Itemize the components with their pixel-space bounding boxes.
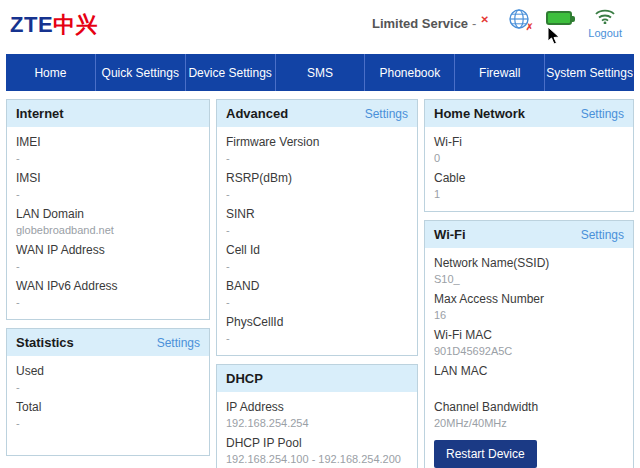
field-physcellid: PhysCellId - [226,315,408,344]
wifi-panel-title: Wi-Fi [434,227,466,242]
field-cell-id: Cell Id - [226,243,408,272]
field-label: DHCP IP Pool [226,436,408,450]
field-wifi-mac: Wi-Fi MAC 901D45692A5C [434,328,624,357]
field-label: SINR [226,207,408,221]
nav-item-quick-settings[interactable]: Quick Settings [95,54,185,91]
field-label: WAN IP Address [16,243,200,257]
field-wifi-clients: Wi-Fi 0 [434,135,624,164]
field-value: 1 [434,188,624,200]
field-label: Wi-Fi [434,135,624,149]
field-value: 901D45692A5C [434,345,624,357]
field-value: 192.168.254.254 [226,417,408,429]
field-value: - [226,332,408,344]
field-label: WAN IPv6 Address [16,279,200,293]
globe-icon[interactable]: ✗ [508,8,530,30]
field-label: Channel Bandwidth [434,400,624,414]
nav-item-device-settings[interactable]: Device Settings [185,54,275,91]
field-imei: IMEI - [16,135,200,164]
field-value: - [16,417,200,429]
field-label: Network Name(SSID) [434,256,624,270]
wifi-icon [595,8,615,24]
connection-status: Limited Service-✕ [372,14,489,31]
main-nav: Home Quick Settings Device Settings SMS … [6,54,634,91]
nav-item-phonebook[interactable]: Phonebook [364,54,454,91]
home-network-panel-title: Home Network [434,106,525,121]
dhcp-panel-title: DHCP [226,371,263,386]
field-value: - [16,381,200,393]
field-label: Wi-Fi MAC [434,328,624,342]
field-label: Used [16,364,200,378]
field-value: globebroadband.net [16,224,200,236]
zte-logo: ZTE中兴 [10,10,98,40]
main-content: Internet IMEI - IMSI - LAN Domain globeb… [0,91,640,468]
status-text: Limited Service [372,16,468,31]
wifi-settings-link[interactable]: Settings [581,228,624,242]
field-wan-ip: WAN IP Address - [16,243,200,272]
field-label: LAN MAC [434,364,624,378]
field-sinr: SINR - [226,207,408,236]
field-value: - [226,224,408,236]
field-used: Used - [16,364,200,393]
battery-icon [546,11,572,25]
field-value: - [16,260,200,272]
field-value: S10_ [434,273,624,285]
field-lan-mac: LAN MAC [434,364,624,393]
field-value: 192.168.254.100 - 192.168.254.200 [226,453,408,465]
cursor-icon [547,26,560,45]
field-label: IP Address [226,400,408,414]
field-rsrp: RSRP(dBm) - [226,171,408,200]
field-value: - [226,188,408,200]
top-header: ZTE中兴 Limited Service-✕ ✗ Logout [0,0,640,54]
logo-chinese-text: 中兴 [53,12,98,37]
statistics-panel-title: Statistics [16,335,74,350]
field-value: - [226,260,408,272]
field-band: BAND - [226,279,408,308]
field-value: 16 [434,309,624,321]
logout-link[interactable]: Logout [588,27,622,39]
dhcp-panel: DHCP IP Address 192.168.254.254 DHCP IP … [216,364,418,468]
field-label: Total [16,400,200,414]
nav-item-firewall[interactable]: Firewall [454,54,544,91]
advanced-panel: Advanced Settings Firmware Version - RSR… [216,99,418,356]
field-label: RSRP(dBm) [226,171,408,185]
home-network-settings-link[interactable]: Settings [581,107,624,121]
home-network-panel: Home Network Settings Wi-Fi 0 Cable 1 [424,99,634,212]
field-dhcp-pool: DHCP IP Pool 192.168.254.100 - 192.168.2… [226,436,408,465]
globe-error-icon: ✗ [526,22,534,32]
field-value: - [16,188,200,200]
field-value: - [16,296,200,308]
field-label: Cable [434,171,624,185]
field-label: IMEI [16,135,200,149]
wifi-panel: Wi-Fi Settings Network Name(SSID) S10_ M… [424,220,634,468]
field-firmware-version: Firmware Version - [226,135,408,164]
field-label: IMSI [16,171,200,185]
nav-item-home[interactable]: Home [6,54,95,91]
field-label: BAND [226,279,408,293]
field-value: 0 [434,152,624,164]
field-channel-bandwidth: Channel Bandwidth 20MHz/40MHz [434,400,624,429]
statistics-panel: Statistics Settings Used - Total - [6,328,210,456]
field-label: PhysCellId [226,315,408,329]
status-separator: - [472,16,476,31]
field-max-access: Max Access Number 16 [434,292,624,321]
internet-panel: Internet IMEI - IMSI - LAN Domain globeb… [6,99,210,320]
internet-panel-title: Internet [16,106,64,121]
logo-latin-text: ZTE [10,12,53,37]
field-ssid: Network Name(SSID) S10_ [434,256,624,285]
field-label: Firmware Version [226,135,408,149]
advanced-settings-link[interactable]: Settings [365,107,408,121]
field-value: 20MHz/40MHz [434,417,624,429]
field-label: Cell Id [226,243,408,257]
field-lan-domain: LAN Domain globebroadband.net [16,207,200,236]
field-cable-clients: Cable 1 [434,171,624,200]
restart-device-button[interactable]: Restart Device [434,440,537,468]
field-dhcp-ip: IP Address 192.168.254.254 [226,400,408,429]
nav-item-sms[interactable]: SMS [275,54,365,91]
field-value: - [16,152,200,164]
statistics-settings-link[interactable]: Settings [157,336,200,350]
nav-item-system-settings[interactable]: System Settings [544,54,634,91]
field-label: LAN Domain [16,207,200,221]
advanced-panel-title: Advanced [226,106,288,121]
field-wan-ipv6: WAN IPv6 Address - [16,279,200,308]
field-value: - [226,152,408,164]
